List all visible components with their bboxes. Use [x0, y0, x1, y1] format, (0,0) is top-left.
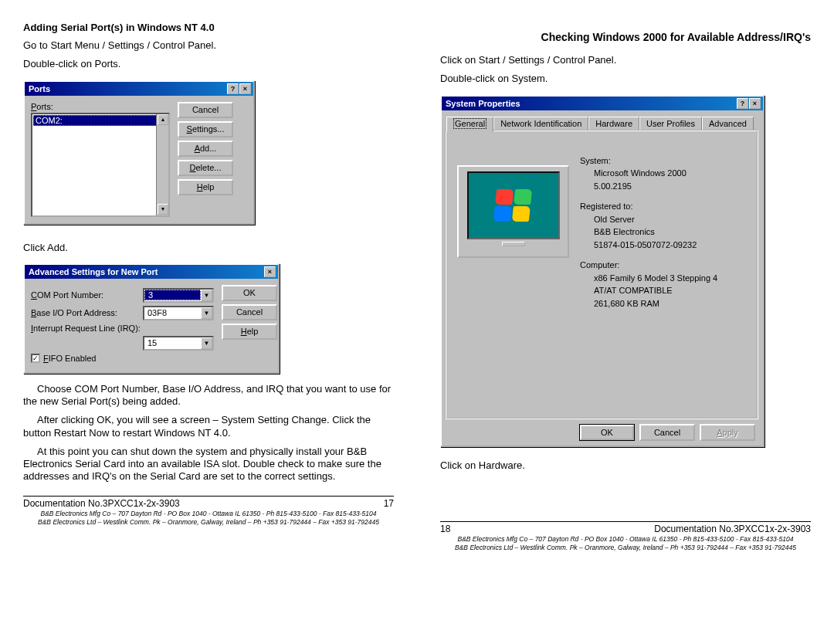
page-footer-18: 18 Documentation No.3PXCC1x-2x-3903 B&B …: [440, 521, 811, 551]
chevron-down-icon[interactable]: ▼: [201, 290, 212, 301]
ports-selected-item[interactable]: COM2:: [33, 115, 168, 126]
settings-button[interactable]: Settings...: [178, 121, 233, 137]
comp-type: AT/AT COMPATIBLE: [580, 284, 717, 297]
registered-header: Registered to:: [580, 200, 717, 213]
ports-titlebar: Ports ? ×: [25, 82, 253, 96]
footer-address2: B&B Electronics Ltd – Westlink Comm. Pk …: [23, 518, 394, 526]
adv-titlebar: Advanced Settings for New Port ×: [25, 265, 278, 279]
close-icon[interactable]: ×: [239, 83, 251, 94]
page-number: 18: [440, 524, 450, 534]
comp-cpu: x86 Family 6 Model 3 Stepping 4: [580, 272, 717, 285]
fifo-checkbox[interactable]: ✓: [31, 354, 40, 363]
reg-org: B&B Electronics: [580, 225, 717, 239]
adv-title: Advanced Settings for New Port: [27, 267, 158, 276]
footer-address1: B&B Electronics Mfg Co – 707 Dayton Rd -…: [440, 535, 811, 543]
system-os: Microsoft Windows 2000: [580, 167, 717, 180]
help-icon[interactable]: ?: [737, 98, 748, 109]
text-para1: Choose COM Port Number, Base I/O Address…: [23, 383, 394, 408]
base-io-combo[interactable]: 03F8 ▼: [143, 306, 214, 320]
base-io-label: Base I/O Port Address:: [31, 308, 143, 317]
tab-general[interactable]: General: [446, 117, 493, 131]
tab-panel-general: System: Microsoft Windows 2000 5.00.2195…: [445, 130, 758, 419]
computer-header: Computer:: [580, 259, 717, 272]
irq-label: Interrupt Request Line (IRQ):: [31, 324, 201, 333]
fifo-label: FIFO Enabled: [43, 354, 97, 363]
ports-dialog: Ports ? × Ports: COM2: ▲ ▼: [23, 80, 255, 225]
text-r-step2: Double-click on System.: [440, 73, 811, 85]
text-clickadd: Click Add.: [23, 242, 394, 254]
chevron-down-icon[interactable]: ▼: [201, 307, 212, 319]
system-header: System:: [580, 154, 717, 168]
system-properties-dialog: System Properties ? × General Network Id…: [440, 95, 764, 447]
delete-button[interactable]: Delete...: [178, 160, 233, 176]
chevron-down-icon[interactable]: ▼: [201, 337, 212, 349]
doc-number: Documentation No.3PXCC1x-2x-3903: [23, 498, 180, 509]
doc-number: Documentation No.3PXCC1x-2x-3903: [654, 524, 811, 534]
page-18: Checking Windows 2000 for Available Addr…: [440, 15, 811, 551]
windows-logo-icon: [492, 188, 534, 222]
close-icon[interactable]: ×: [264, 266, 276, 277]
close-icon[interactable]: ×: [749, 98, 761, 109]
sys-title: System Properties: [444, 99, 520, 108]
cancel-button[interactable]: Cancel: [178, 102, 233, 118]
cancel-button[interactable]: Cancel: [222, 304, 277, 320]
text-para3: At this point you can shut down the syst…: [23, 446, 394, 483]
monitor-icon: [457, 165, 569, 258]
ok-button[interactable]: OK: [222, 285, 277, 301]
cancel-button[interactable]: Cancel: [639, 424, 695, 441]
text-r-step3: Click on Hardware.: [440, 459, 811, 472]
com-port-label: COM Port Number:: [31, 290, 143, 300]
system-ver: 5.00.2195: [580, 180, 717, 193]
page-17: Adding Serial Port(s) in Windows NT 4.0 …: [23, 15, 394, 551]
footer-address2: B&B Electronics Ltd – Westlink Comm. Pk …: [440, 544, 811, 551]
heading-win2000: Checking Windows 2000 for Available Addr…: [440, 31, 811, 43]
system-info-text: System: Microsoft Windows 2000 5.00.2195…: [580, 147, 717, 310]
text-step2: Double-click on Ports.: [23, 58, 394, 70]
help-button[interactable]: Help: [222, 324, 277, 340]
listbox-scrollbar[interactable]: ▲ ▼: [156, 114, 168, 215]
page-footer-17: Documentation No.3PXCC1x-2x-3903 17 B&B …: [23, 496, 394, 526]
reg-name: Old Server: [580, 213, 717, 226]
com-port-combo[interactable]: 3 ▼: [143, 288, 214, 303]
help-icon[interactable]: ?: [227, 83, 239, 94]
apply-button: Apply: [700, 424, 755, 441]
irq-combo[interactable]: 15 ▼: [143, 336, 214, 351]
reg-key: 51874-015-0507072-09232: [580, 239, 717, 252]
heading-nt40: Adding Serial Port(s) in Windows NT 4.0: [23, 22, 394, 33]
ports-title: Ports: [27, 84, 50, 93]
ports-label: Ports:: [31, 102, 170, 111]
advanced-settings-dialog: Advanced Settings for New Port × COM Por…: [23, 263, 280, 374]
comp-ram: 261,680 KB RAM: [580, 297, 717, 310]
text-para2: After clicking OK, you will see a screen…: [23, 414, 394, 439]
sys-titlebar: System Properties ? ×: [442, 97, 763, 110]
help-button[interactable]: Help: [178, 179, 233, 195]
dialog-buttons: OK Cancel Apply: [449, 424, 755, 441]
ports-listbox[interactable]: COM2: ▲ ▼: [31, 113, 170, 217]
add-button[interactable]: Add...: [178, 141, 233, 157]
page-number: 17: [384, 498, 394, 509]
text-r-step1: Click on Start / Settings / Control Pane…: [440, 54, 811, 66]
footer-address1: B&B Electronics Mfg Co – 707 Dayton Rd -…: [23, 510, 394, 517]
text-step1: Go to Start Menu / Settings / Control Pa…: [23, 39, 394, 52]
ok-button[interactable]: OK: [579, 424, 635, 441]
